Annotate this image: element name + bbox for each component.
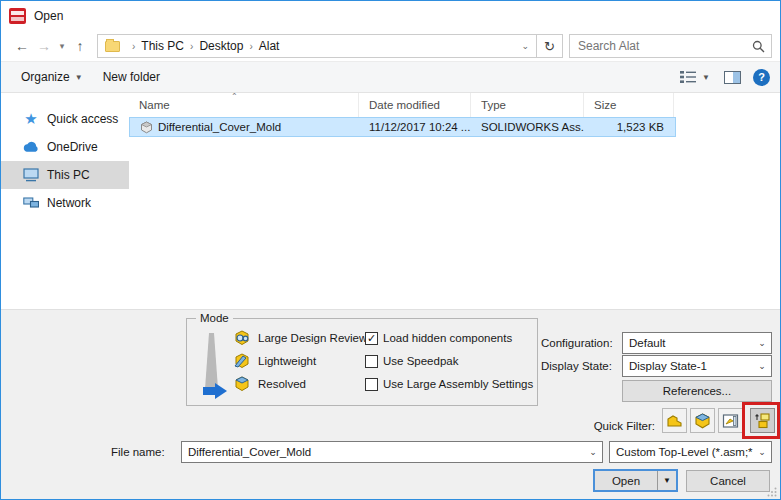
breadcrumb-item-alat[interactable]: Alat xyxy=(259,39,280,53)
file-type-dropdown[interactable]: Custom Top-Level (*.asm;*.sldasm) ⌄ xyxy=(609,441,772,463)
open-split-button[interactable]: Open ▼ xyxy=(593,469,678,492)
quick-filter-drawings-button[interactable] xyxy=(718,408,743,433)
file-name-text: Differential_Cover_Mold xyxy=(158,121,281,133)
sidebar-item-label: Network xyxy=(47,196,91,210)
chevron-down-icon: ⌄ xyxy=(753,447,771,457)
configuration-dropdown[interactable]: Default ⌄ xyxy=(622,332,772,354)
back-button[interactable]: ← xyxy=(11,38,33,54)
star-icon: ★ xyxy=(23,111,39,127)
address-dropdown-chevron-icon[interactable]: ⌄ xyxy=(514,41,536,51)
column-header-type[interactable]: Type xyxy=(471,93,584,117)
breadcrumb[interactable]: › This PC › Desktop › Alat ⌄ xyxy=(97,34,537,58)
checkbox-label: Use Speedpak xyxy=(383,355,458,367)
file-name-cell: Differential_Cover_Mold xyxy=(130,121,359,134)
filter-drawings-icon xyxy=(722,413,739,429)
column-header-size[interactable]: Size xyxy=(584,93,674,117)
column-label: Type xyxy=(481,99,506,111)
navigation-sidebar: ★ Quick access OneDrive This PC xyxy=(1,93,129,309)
view-mode-button[interactable]: ▼ xyxy=(678,70,712,84)
filter-parts-icon xyxy=(666,413,683,428)
checkbox-use-large-assembly-settings[interactable]: Use Large Assembly Settings xyxy=(365,375,533,393)
column-header-name[interactable]: ⌃ Name xyxy=(129,93,359,117)
column-label: Date modified xyxy=(369,99,440,111)
chevron-down-icon: ⌄ xyxy=(753,361,771,371)
references-label: References... xyxy=(663,385,731,397)
references-button[interactable]: References... xyxy=(622,380,772,402)
column-label: Name xyxy=(139,99,170,111)
resize-grip[interactable] xyxy=(767,487,777,497)
display-state-dropdown[interactable]: Display State-1 ⌄ xyxy=(622,355,772,377)
quick-filter-assemblies-button[interactable] xyxy=(690,408,715,433)
open-dropdown-arrow[interactable]: ▼ xyxy=(657,471,676,490)
breadcrumb-item-this-pc[interactable]: This PC xyxy=(141,39,184,53)
sidebar-item-label: This PC xyxy=(47,168,90,182)
cloud-icon xyxy=(23,139,39,155)
mode-option-lightweight[interactable]: Lightweight xyxy=(233,352,367,370)
file-list-area: ⌃ Name Date modified Type Size xyxy=(129,93,780,309)
mode-slider[interactable] xyxy=(201,331,231,401)
sidebar-item-label: Quick access xyxy=(47,112,118,126)
preview-pane-button[interactable] xyxy=(724,71,741,84)
open-button[interactable]: Open xyxy=(595,471,657,490)
recent-locations-chevron-icon[interactable]: ▾ xyxy=(55,41,69,51)
mode-option-resolved[interactable]: Resolved xyxy=(233,375,367,393)
solidworks-assembly-file-icon xyxy=(140,121,153,134)
display-state-label: Display State: xyxy=(541,360,621,372)
mode-option-label: Lightweight xyxy=(258,355,316,367)
column-header-date-modified[interactable]: Date modified xyxy=(359,93,471,117)
breadcrumb-separator-icon: › xyxy=(126,41,141,52)
explorer-body: ★ Quick access OneDrive This PC xyxy=(1,93,780,309)
filter-assemblies-icon xyxy=(694,413,711,429)
checkbox-load-hidden-components[interactable]: ✓ Load hidden components xyxy=(365,329,533,347)
display-state-value: Display State-1 xyxy=(629,360,753,372)
sidebar-item-onedrive[interactable]: OneDrive xyxy=(1,133,129,161)
solidworks-app-icon xyxy=(9,8,26,24)
file-name-input[interactable]: Differential_Cover_Mold ⌄ xyxy=(181,441,603,463)
file-type-cell: SOLIDWORKS Ass... xyxy=(471,121,584,133)
up-button[interactable]: ↑ xyxy=(69,38,91,54)
sidebar-item-network[interactable]: Network xyxy=(1,189,129,217)
mode-option-label: Resolved xyxy=(258,378,306,390)
large-design-review-icon xyxy=(233,330,251,346)
forward-button[interactable]: → xyxy=(33,38,55,54)
sidebar-item-this-pc[interactable]: This PC xyxy=(1,161,129,189)
breadcrumb-item-desktop[interactable]: Desktop xyxy=(199,39,243,53)
file-size-cell: 1,523 KB xyxy=(584,121,672,133)
quick-filter-parts-button[interactable] xyxy=(662,408,687,433)
sidebar-item-label: OneDrive xyxy=(47,140,98,154)
sidebar-item-quick-access[interactable]: ★ Quick access xyxy=(1,105,129,133)
file-type-value: Custom Top-Level (*.asm;*.sldasm) xyxy=(616,446,753,458)
file-name-label: File name: xyxy=(111,446,165,458)
search-icon xyxy=(752,40,765,53)
configuration-label: Configuration: xyxy=(541,337,621,349)
breadcrumb-separator-icon: › xyxy=(243,41,258,52)
checkbox-icon[interactable] xyxy=(365,355,378,368)
dialog-title: Open xyxy=(34,9,63,23)
organize-button[interactable]: Organize ▼ xyxy=(11,62,93,92)
lightweight-icon xyxy=(233,353,251,369)
quick-filter-top-level-button[interactable] xyxy=(750,408,775,433)
cancel-button[interactable]: Cancel xyxy=(686,470,770,492)
file-name-value: Differential_Cover_Mold xyxy=(188,446,584,458)
checkbox-use-speedpak[interactable]: Use Speedpak xyxy=(365,352,533,370)
checkbox-icon[interactable]: ✓ xyxy=(365,332,378,345)
mode-legend: Mode xyxy=(196,312,233,324)
cancel-label: Cancel xyxy=(710,475,746,487)
quick-filter-label: Quick Filter: xyxy=(561,420,655,432)
mode-option-large-design-review[interactable]: Large Design Review xyxy=(233,329,367,347)
open-dialog: Open ← → ▾ ↑ › This PC › Desktop › Alat … xyxy=(0,0,781,500)
checkbox-icon[interactable] xyxy=(365,378,378,391)
search-input[interactable]: Search Alat xyxy=(569,34,772,58)
organize-label: Organize xyxy=(21,70,70,84)
table-row[interactable]: Differential_Cover_Mold 11/12/2017 10:24… xyxy=(129,117,676,137)
column-headers: ⌃ Name Date modified Type Size xyxy=(129,93,780,117)
open-options-pane: Mode Large Design Review xyxy=(1,309,780,499)
title-bar: Open xyxy=(1,1,780,31)
help-button[interactable]: ? xyxy=(753,69,770,86)
refresh-button[interactable]: ↻ xyxy=(537,34,563,58)
new-folder-button[interactable]: New folder xyxy=(93,62,170,92)
open-label: Open xyxy=(612,475,640,487)
mode-option-label: Large Design Review xyxy=(258,332,367,344)
new-folder-label: New folder xyxy=(103,70,160,84)
file-date-cell: 11/12/2017 10:24 ... xyxy=(359,121,471,133)
